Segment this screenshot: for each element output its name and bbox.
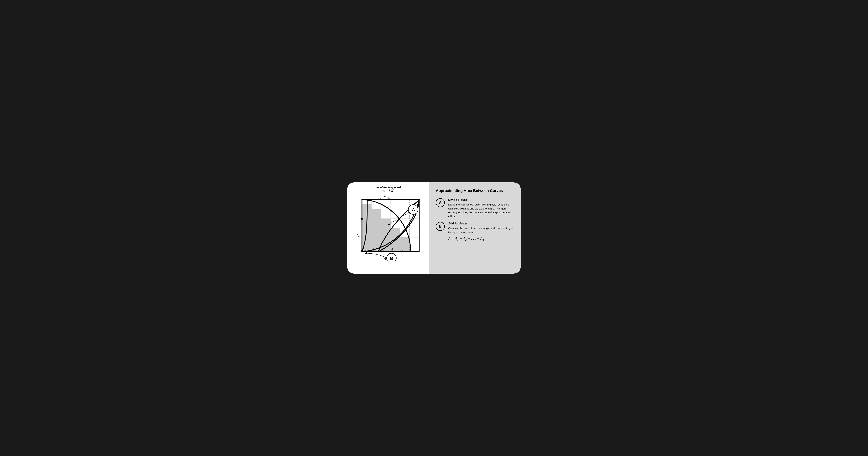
step-a-content: Divide Figure Divide the highlighted reg… (448, 198, 514, 218)
step-b-text: Compute the area of each rectangle and c… (448, 226, 514, 234)
svg-marker-46 (365, 252, 367, 254)
step-b-circle: B (436, 222, 445, 231)
step-a-row: A Divide Figure Divide the highlighted r… (436, 198, 514, 218)
step-a-text: Divide the highlighted region with multi… (448, 203, 514, 218)
svg-point-39 (388, 224, 390, 226)
svg-text:A: A (391, 248, 393, 251)
svg-text:4: 4 (393, 250, 395, 252)
formula-expression: A = LW (374, 189, 402, 193)
step-a-title: Divide Figure (448, 198, 514, 202)
left-panel: Area of Rectangle Strip A = LW W (347, 182, 429, 274)
step-b-title: Add All Areas (448, 222, 514, 225)
step-a-circle: A (436, 198, 445, 207)
right-title: Approximating Area Between Curves (436, 189, 514, 193)
svg-text:3: 3 (384, 250, 385, 252)
svg-text:A: A (400, 248, 403, 251)
svg-text:5: 5 (403, 250, 404, 252)
svg-text:B: B (390, 256, 393, 261)
step-b-row: B Add All Areas Compute the area of each… (436, 222, 514, 241)
main-container: Area of Rectangle Strip A = LW W (347, 182, 521, 274)
formula-label: Area of Rectangle Strip (374, 186, 402, 189)
diagram-svg: L 3 A 1 A 2 A 3 A 4 A 5 (351, 196, 425, 262)
svg-text:3: 3 (359, 235, 361, 239)
step-b-content: Add All Areas Compute the area of each r… (448, 222, 514, 241)
diagram-area: W (351, 194, 425, 262)
svg-line-40 (390, 212, 409, 224)
equation-line: A = A1 + A2 + . . . + An (448, 236, 514, 241)
svg-text:A: A (412, 207, 415, 212)
right-panel: Approximating Area Between Curves A Divi… (429, 182, 521, 274)
formula-header: Area of Rectangle Strip A = LW (374, 186, 402, 193)
svg-rect-14 (372, 209, 381, 252)
svg-text:L: L (356, 233, 359, 238)
